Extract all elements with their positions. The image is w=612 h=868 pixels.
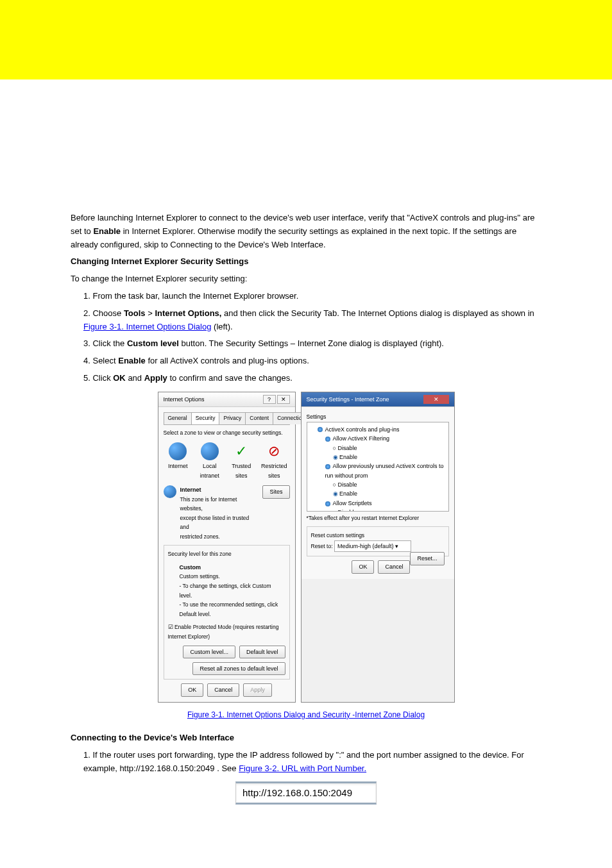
radio-enable[interactable]: Enable [310,489,446,498]
zone-restricted-label: Restricted sites [261,463,287,478]
step-5: 5. Click OK and Apply to confirm and sav… [71,372,541,385]
close-icon[interactable]: ✕ [423,395,449,404]
internet-options-dialog: Internet Options ? ✕ General Security Pr… [158,392,296,703]
custom-line-3: - To use the recommended settings, click… [180,601,278,617]
select-zone-label: Select a zone to view or change security… [164,429,290,438]
zone-detail-title: Internet [180,487,201,493]
dialog1-tabstrip: General Security Privacy Content Connect… [164,412,290,425]
figure-3-1-container: Internet Options ? ✕ General Security Pr… [71,392,541,703]
reset-to-label: Reset to: [311,543,333,549]
zone-trusted-label: Trusted sites [232,463,251,478]
reset-all-zones-button[interactable]: Reset all zones to default level [192,662,285,675]
ok-button[interactable]: OK [181,683,203,696]
reset-to-select[interactable]: Medium-high (default) ▾ [334,540,411,552]
radio-enable[interactable]: Enable [310,453,446,462]
zone-desc-1: This zone is for Internet websites, [180,496,237,512]
dialog2-title: Security Settings - Internet Zone [307,395,389,404]
tab-privacy[interactable]: Privacy [219,412,246,424]
step-5-t2: to confirm and save the changes. [169,373,293,383]
connecting-heading: Connecting to the Device's Web Interface [71,731,541,745]
step-4-t2: for all ActiveX controls and plug-ins op… [148,356,309,365]
security-settings-dialog: Security Settings - Internet Zone ✕ Sett… [301,392,455,703]
tab-content[interactable]: Content [245,412,273,424]
connecting-title: Connecting to the Device's Web Interface [71,733,234,742]
step-4: 4. Select Enable for all ActiveX control… [71,355,541,368]
step-5-ok: OK [113,373,126,383]
step-1: 1. From the task bar, launch the Interne… [71,290,541,303]
intranet-icon [201,442,219,460]
intro-bold-enable: Enable [93,226,121,236]
intro-text-2: in Internet Explorer. Otherwise modify t… [71,226,516,249]
cancel-button[interactable]: Cancel [378,560,410,573]
connect-step-url: http://192.168.0.150:2049 [119,764,214,773]
reset-custom-fieldset: Reset custom settings Reset to: Medium-h… [307,526,449,556]
zone-desc-3: restricted zones. [180,533,220,540]
reset-to-value: Medium-high (default) [337,543,394,549]
help-icon[interactable]: ? [263,395,276,404]
tab-general[interactable]: General [164,412,192,424]
radio-disable[interactable]: Disable [310,444,446,453]
zone-local-intranet[interactable]: Local intranet [198,442,222,480]
url-bar-value: http://192.168.0.150:2049 [242,787,352,798]
zone-icons-row: Internet Local intranet ✓Trusted sites ⊘… [166,442,287,480]
zone-intranet-label: Local intranet [200,463,219,478]
url-bar-figure: http://192.168.0.150:2049 [235,781,377,805]
step-5-apply: Apply [144,373,167,383]
steps-intro: To change the Internet Explorer security… [71,272,541,286]
connect-step: 1. If the router uses port forwarding, t… [71,749,541,776]
step-5-mid: and [128,373,144,383]
protected-mode-label: Enable Protected Mode (requires restarti… [168,624,279,640]
custom-line-2: - To change the settings, click Custom l… [180,583,271,599]
zone-internet-label: Internet [168,463,188,469]
tree-allow-filtering: Allow ActiveX Filtering [310,434,446,443]
zone-trusted-sites[interactable]: ✓Trusted sites [230,442,254,480]
step-2-t1: Choose [92,308,123,318]
settings-tree[interactable]: ActiveX controls and plug-ins Allow Acti… [307,422,449,512]
tab-security[interactable]: Security [191,412,220,424]
connect-step-t2: . See [217,764,239,773]
custom-line-1: Custom settings. [180,573,220,580]
default-level-button[interactable]: Default level [239,646,285,658]
apply-button[interactable]: Apply [243,683,272,696]
step-2-sep: > [148,308,153,318]
custom-label: Custom [180,564,201,571]
step-1-text: From the task bar, launch the Internet E… [92,291,298,301]
ok-button[interactable]: OK [352,560,374,573]
cancel-button[interactable]: Cancel [207,683,239,696]
dialog1-title: Internet Options [164,395,205,404]
page-body: Before launching Internet Explorer to co… [0,79,612,837]
step-2-io: Internet Options, [155,308,221,318]
step-3-t1: Click the [92,338,126,348]
sites-button[interactable]: Sites [262,485,289,498]
step-2: 2. Choose Tools > Internet Options, and … [71,307,541,334]
tree-allow-scriptlets: Allow Scriptlets [310,499,446,508]
zone-restricted-sites[interactable]: ⊘Restricted sites [261,442,287,480]
step-2-suffix: (left). [214,322,233,331]
zone-internet[interactable]: Internet [166,442,191,480]
tree-activex-root: ActiveX controls and plug-ins [310,425,446,434]
dialog2-titlebar: Security Settings - Internet Zone ✕ [302,392,454,407]
figure-3-2-link[interactable]: Figure 3-2. URL with Port Number. [239,764,366,773]
step-3-bold: Custom level [127,338,179,348]
figure-3-1-link[interactable]: Figure 3-1. Internet Options Dialog [83,322,211,331]
step-3-t2: button. The Security Settings – Internet… [181,338,444,348]
document-header-band [0,0,612,79]
takes-effect-note: *Takes effect after you restart Internet… [307,514,449,523]
step-3: 3. Click the Custom level button. The Se… [71,337,541,351]
figure-3-1-caption: Figure 3-1. Internet Options Dialog and … [71,709,541,721]
radio-disable[interactable]: Disable [310,508,446,511]
step-2-t2: and then click the Security Tab. The Int… [224,308,534,318]
custom-level-button[interactable]: Custom level... [183,646,235,658]
radio-disable[interactable]: Disable [310,480,446,489]
reset-button[interactable]: Reset... [410,552,444,565]
changing-ie-heading: Changing Internet Explorer Security Sett… [71,255,541,269]
reset-custom-label: Reset custom settings [311,532,365,538]
step-4-t1: Select [92,356,118,365]
protected-mode-checkbox[interactable]: ☑ Enable Protected Mode (requires restar… [168,624,279,640]
globe-icon [169,442,187,460]
intro-paragraph: Before launching Internet Explorer to co… [71,212,541,251]
tree-allow-unused: Allow previously unused ActiveX controls… [310,462,446,480]
step-5-t1: Click [92,373,113,383]
security-level-fieldset: Security level for this zone Custom Cust… [164,545,290,680]
close-icon[interactable]: ✕ [277,395,290,404]
